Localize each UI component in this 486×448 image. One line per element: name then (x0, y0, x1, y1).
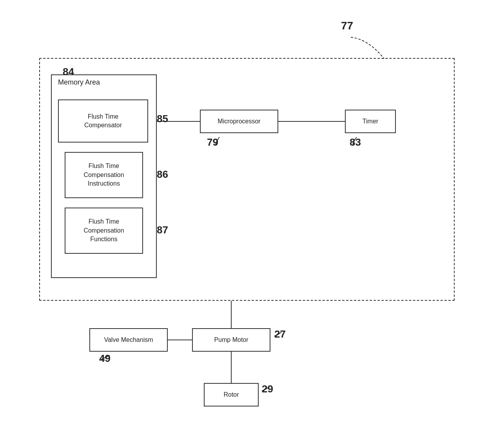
pump-motor-text: Pump Motor (214, 336, 248, 344)
label-85: 85 (157, 113, 168, 125)
flush-time-compensator-box: Flush TimeCompensator (58, 99, 148, 143)
label-87: 87 (157, 224, 168, 236)
label-79: 79 (207, 136, 218, 148)
label-49: 49 (99, 352, 111, 365)
label-84: 84 (63, 66, 74, 78)
flush-time-compensation-functions-box: Flush TimeCompensationFunctions (65, 208, 143, 254)
flush-time-compensator-text: Flush TimeCompensator (84, 112, 122, 130)
label-77: 77 (341, 20, 353, 32)
flush-time-compensation-instructions-box: Flush TimeCompensationInstructions (65, 152, 143, 198)
flush-time-compensation-instructions-text: Flush TimeCompensationInstructions (83, 162, 124, 188)
valve-mechanism-box: Valve Mechanism (89, 328, 168, 352)
timer-text: Timer (363, 117, 378, 126)
diagram: 77 Memory Area 84 Flush TimeCompensator … (0, 0, 486, 448)
valve-mechanism-text: Valve Mechanism (104, 336, 153, 344)
label-27: 27 (274, 328, 286, 340)
timer-box: Timer (345, 110, 396, 133)
microprocessor-text: Microprocessor (218, 117, 260, 126)
flush-time-compensation-functions-text: Flush TimeCompensationFunctions (83, 217, 124, 244)
pump-motor-box: Pump Motor (192, 328, 270, 352)
rotor-box: Rotor (204, 383, 259, 406)
label-29: 29 (262, 383, 273, 395)
memory-area-label: Memory Area (58, 78, 100, 87)
microprocessor-box: Microprocessor (200, 110, 278, 133)
rotor-text: Rotor (223, 390, 239, 399)
label-86: 86 (157, 168, 168, 181)
label-83: 83 (350, 136, 361, 148)
